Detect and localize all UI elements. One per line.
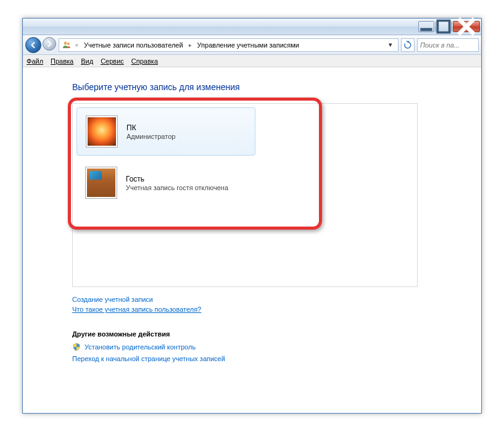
menu-tools[interactable]: Сервис — [101, 57, 124, 65]
navigation-bar: « Учетные записи пользователей ▸ Управле… — [23, 35, 481, 55]
account-info: Гость Учетная запись гостя отключена — [126, 175, 228, 191]
breadcrumb-separator-icon: ▸ — [186, 42, 194, 48]
search-input[interactable] — [420, 41, 476, 49]
parental-controls-link[interactable]: Установить родительский контроль — [72, 343, 450, 351]
account-role: Администратор — [126, 133, 175, 140]
breadcrumb-item-accounts[interactable]: Учетные записи пользователей — [82, 40, 185, 50]
svg-point-3 — [67, 43, 70, 45]
control-panel-window: « Учетные записи пользователей ▸ Управле… — [22, 18, 482, 414]
search-box — [417, 38, 479, 52]
account-tile-pc[interactable]: ПК Администратор — [76, 107, 255, 156]
menu-file[interactable]: Файл — [27, 57, 43, 65]
svg-point-2 — [64, 41, 67, 44]
account-name: Гость — [126, 175, 228, 183]
content-area: Выберите учетную запись для изменения ПК… — [23, 67, 481, 413]
account-name: ПК — [126, 123, 175, 132]
breadcrumb-chevrons: « — [73, 42, 81, 48]
avatar — [85, 167, 117, 199]
svg-rect-1 — [437, 20, 449, 32]
user-accounts-icon — [62, 40, 72, 50]
close-button[interactable] — [453, 21, 480, 32]
menu-edit[interactable]: Правка — [51, 57, 73, 65]
what-is-account-link[interactable]: Что такое учетная запись пользователя? — [72, 306, 201, 313]
account-tile-guest[interactable]: Гость Учетная запись гостя отключена — [76, 159, 413, 206]
other-actions-heading: Другие возможные действия — [72, 330, 450, 338]
go-home-label: Переход к начальной странице учетных зап… — [72, 355, 225, 362]
shield-icon — [72, 343, 81, 351]
menu-bar: Файл Правка Вид Сервис Справка — [23, 55, 481, 67]
breadcrumb-item-manage[interactable]: Управление учетными записями — [196, 40, 301, 50]
breadcrumb-dropdown[interactable]: ▾ — [386, 41, 395, 49]
other-actions: Другие возможные действия Установить род… — [72, 330, 450, 362]
menu-view[interactable]: Вид — [81, 57, 93, 65]
breadcrumb: « Учетные записи пользователей ▸ Управле… — [59, 38, 399, 52]
refresh-button[interactable] — [401, 38, 415, 52]
suitcase-icon — [87, 169, 115, 197]
page-title: Выберите учетную запись для изменения — [72, 82, 450, 92]
minimize-button[interactable] — [418, 21, 434, 32]
back-button[interactable] — [25, 37, 41, 53]
menu-help[interactable]: Справка — [131, 57, 158, 65]
parental-controls-label: Установить родительский контроль — [85, 343, 196, 351]
maximize-button[interactable] — [436, 21, 452, 32]
svg-rect-0 — [420, 28, 432, 31]
account-info: ПК Администратор — [126, 123, 175, 140]
go-home-link[interactable]: Переход к начальной странице учетных зап… — [72, 355, 450, 362]
flower-icon — [88, 117, 116, 146]
forward-button[interactable] — [43, 37, 56, 51]
titlebar — [23, 19, 481, 35]
create-account-link[interactable]: Создание учетной записи — [72, 296, 153, 303]
link-list: Создание учетной записи Что такое учетна… — [72, 296, 450, 315]
avatar — [86, 115, 118, 148]
accounts-panel: ПК Администратор Гость Учетная запись го… — [72, 103, 418, 287]
account-role: Учетная запись гостя отключена — [126, 184, 228, 191]
